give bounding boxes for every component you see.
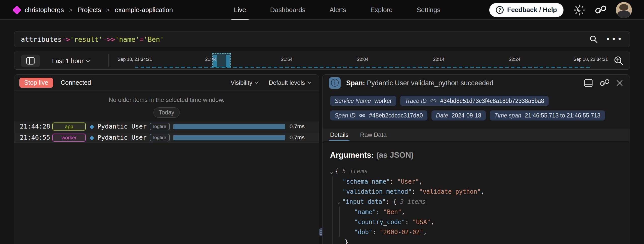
badge-value: 21:46:55.713 to 21:46:55.713 [525, 112, 600, 119]
copy-link-icon[interactable] [600, 78, 609, 88]
span-diamond-icon: ◆ [90, 132, 94, 143]
json-comma: , [423, 229, 427, 236]
json-key: "input_data" [342, 198, 386, 205]
visibility-label: Visibility [231, 79, 252, 86]
share-link-icon[interactable] [595, 5, 606, 15]
stop-live-button[interactable]: Stop live [19, 78, 53, 88]
json-comma: , [430, 219, 434, 226]
main-nav: Live Dashboards Alerts Explore Settings [234, 0, 440, 20]
user-avatar[interactable] [616, 2, 632, 18]
nav-tab-live[interactable]: Live [234, 0, 246, 20]
json-brace: { [335, 168, 339, 175]
time-span-badge: Time span 21:46:55.713 to 21:46:55.713 [490, 110, 605, 120]
nav-tab-alerts[interactable]: Alerts [330, 0, 346, 20]
timeline-tick-mark [287, 62, 287, 67]
log-row[interactable]: 21:44:28 app ◆ Pydantic User logfire 0.7… [14, 121, 319, 132]
arguments-heading: Arguments:(as JSON) [330, 151, 622, 160]
scope-badge-logfire: logfire [150, 123, 170, 130]
trace-id-badge[interactable]: Trace ID #34bd8e51d73c3f4c8a189b72338a5b… [400, 96, 549, 106]
json-value: "2000-02-02" [380, 229, 423, 236]
badge-label: Trace ID [405, 98, 426, 104]
span-id-badge[interactable]: Span ID #48eb2cdcdc317da0 [330, 110, 427, 120]
timeline-bar: Last 1 hour Sep 18, 21:34:2121:4421:5422… [14, 52, 630, 70]
timeline-tick-label: Sep 18, 22:34:21 [573, 57, 608, 62]
timeline-zoom-in-icon[interactable] [613, 55, 625, 67]
nav-tab-dashboards[interactable]: Dashboards [270, 0, 305, 20]
chevron-right-icon: > [69, 7, 72, 14]
json-colon: : [386, 198, 389, 205]
breadcrumb: christophergs > Projects > example-appli… [25, 0, 173, 20]
timeline-tick-label: 22:04 [357, 57, 368, 62]
json-colon: : [405, 219, 409, 226]
json-value: "User" [397, 178, 419, 185]
visibility-dropdown[interactable]: Visibility [231, 79, 258, 86]
breadcrumb-project-name[interactable]: example-application [115, 6, 173, 14]
badge-value: worker [374, 98, 392, 104]
json-key: "validation_method" [343, 188, 412, 195]
close-icon[interactable] [616, 79, 623, 87]
panel-layout-icon[interactable] [584, 79, 593, 87]
badge-value: #48eb2cdcdc317da0 [369, 112, 423, 119]
today-pill[interactable]: Today [153, 107, 179, 118]
tab-details[interactable]: Details [330, 129, 348, 141]
detail-tabs: Details Raw Data [323, 129, 630, 141]
tab-raw-data[interactable]: Raw Data [360, 129, 386, 141]
log-row[interactable]: 21:46:55 worker ◆ Pydantic User logfire … [14, 132, 319, 143]
badge-value: #34bd8e51d73c3f4c8a189b72338a5ba8 [440, 98, 544, 104]
live-list-panel: Stop live Connected Visibility Default l… [14, 74, 319, 244]
timeline-tick-label: Sep 18, 21:34:21 [117, 57, 152, 62]
query-token: 'result' [70, 35, 103, 43]
question-circle-icon: ? [496, 6, 504, 14]
timeline-tick-mark [591, 62, 591, 67]
query-token: -> [62, 35, 70, 43]
feedback-help-label: Feedback / Help [507, 6, 557, 14]
service-name-badge: Service Name worker [330, 96, 396, 106]
timeline-tick-label: 21:54 [281, 57, 292, 62]
nav-tab-settings[interactable]: Settings [417, 0, 440, 20]
feedback-help-button[interactable]: ? Feedback / Help [489, 3, 564, 17]
span-name: Pydantic User [97, 121, 147, 132]
query-token: attributes [21, 35, 62, 43]
span-title-text: Pydantic User validate_python succeeded [367, 79, 494, 87]
nav-tab-explore[interactable]: Explore [370, 0, 392, 20]
badge-label: Span ID [335, 112, 355, 119]
link-icon[interactable] [359, 112, 366, 119]
histogram-bar [226, 55, 230, 67]
duration-bar [173, 124, 285, 129]
json-key: "schema_name" [343, 178, 390, 185]
arguments-heading-label: Arguments: [330, 151, 374, 159]
arguments-heading-suffix: (as JSON) [376, 151, 414, 159]
json-viewer: ⌄{5 items "schema_name": "User", "valida… [330, 166, 622, 244]
query-more-menu-icon[interactable]: ••• [606, 35, 623, 43]
connection-status: Connected [61, 79, 91, 86]
json-key: "name" [354, 209, 376, 216]
span-diamond-icon: ◆ [90, 121, 94, 132]
breadcrumb-org[interactable]: christophergs [25, 6, 64, 14]
logfire-logo-diamond-icon[interactable] [12, 6, 22, 15]
live-list-header: Stop live Connected Visibility Default l… [14, 75, 319, 91]
json-brace: } [345, 239, 348, 244]
json-comma: , [419, 178, 422, 185]
default-levels-label: Default levels [269, 79, 305, 86]
collapse-caret-icon[interactable]: ⌄ [330, 169, 333, 175]
info-icon: ⓘ [329, 77, 341, 89]
indent-guide [332, 176, 333, 244]
theme-toggle-icon[interactable] [574, 4, 585, 16]
collapse-caret-icon[interactable]: ⌄ [337, 199, 340, 205]
breadcrumb-projects[interactable]: Projects [77, 6, 101, 14]
json-comma: , [481, 188, 484, 195]
json-colon: : [376, 209, 380, 216]
json-line: ⌄"input_data": {3 items [330, 197, 622, 207]
default-levels-dropdown[interactable]: Default levels [269, 79, 311, 86]
json-line: ⌄{5 items [330, 166, 622, 177]
query-token: ->> [103, 35, 115, 43]
query-input[interactable]: attributes->'result'->>'name' = 'Ben' ••… [14, 31, 630, 47]
query-token: = [139, 35, 143, 43]
timeline-tick-mark [135, 62, 135, 67]
link-icon[interactable] [430, 98, 437, 104]
timeline-track[interactable]: Sep 18, 21:34:2121:4421:5422:0422:1422:2… [14, 52, 630, 69]
search-icon[interactable] [589, 35, 598, 44]
indent-guide [339, 207, 340, 237]
badge-label: Service Name [335, 98, 371, 104]
json-value: "validate_python" [419, 188, 481, 195]
